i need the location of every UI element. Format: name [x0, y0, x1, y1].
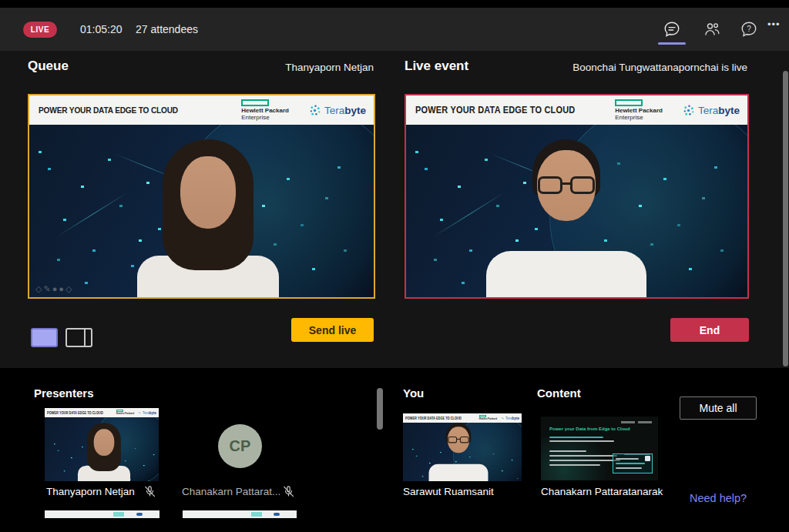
terabyte-dots-icon [683, 104, 696, 117]
layout-picker [31, 328, 92, 347]
terabyte-dots-icon [309, 104, 322, 117]
layout-single-option[interactable] [31, 328, 58, 347]
presenter-woman-figure [119, 139, 297, 297]
main-scrollbar[interactable] [783, 71, 788, 366]
hpe-rect-icon [615, 99, 643, 106]
presenters-label: Presenters [34, 386, 94, 400]
sponsor-banner: POWER YOUR DATA EDGE TO CLOUD Hewlett Pa… [406, 95, 747, 125]
mic-off-icon[interactable] [282, 485, 295, 498]
banner-headline: POWER YOUR DATA EDGE TO CLOUD [39, 105, 217, 115]
mute-all-button[interactable]: Mute all [680, 396, 757, 420]
end-button[interactable]: End [670, 318, 749, 342]
live-event-header: Live event [405, 59, 468, 75]
annotation-tools-watermark: ◇✎●●◇ [35, 284, 73, 294]
need-help-link[interactable]: Need help? [690, 492, 747, 504]
presenter-thumbnail-thanyaporn[interactable]: POWER YOUR DATA EDGE TO CLOUD Hewlett Pa… [45, 408, 159, 481]
live-event-title: Live event [405, 59, 468, 73]
slide-icon [645, 456, 650, 461]
content-label: Content [537, 386, 581, 400]
slide-logos [621, 421, 652, 424]
live-badge: LIVE [23, 22, 57, 38]
avatar-cp[interactable]: CP [218, 424, 262, 468]
you-label: You [403, 386, 424, 400]
content-owner-name: Chanakarn Pattaratanarak [541, 486, 663, 497]
event-timer: 01:05:20 [80, 23, 123, 35]
presenters-scrollbar[interactable] [377, 388, 383, 430]
partial-thumbnail[interactable] [45, 510, 159, 518]
sponsor-banner: POWER YOUR DATA EDGE TO CLOUD Hewlett Pa… [29, 95, 374, 125]
more-icon[interactable]: ••• [767, 18, 787, 37]
presenter-man-figure [478, 139, 655, 297]
bottom-panel: Presenters You Content POWER YOUR DATA E… [0, 368, 789, 532]
teams-live-event-producer: LIVE 01:05:20 27 attendees ? [0, 0, 789, 532]
send-live-button[interactable]: Send live [291, 318, 374, 342]
network-dots [39, 151, 42, 153]
presenter-name: Chanakarn Pattarat... [182, 486, 280, 497]
queue-presenter-name: Thanyaporn Netjan [285, 60, 374, 77]
queue-video-preview[interactable]: POWER YOUR DATA EDGE TO CLOUD Hewlett Pa… [28, 94, 375, 299]
terabyte-logo: Terabyte [683, 104, 740, 117]
hpe-logo: Hewlett Packard Enterprise [615, 99, 663, 121]
glasses [536, 176, 596, 195]
partial-thumbnail[interactable] [183, 510, 297, 518]
hpe-logo: Hewlett Packard Enterprise [241, 99, 289, 121]
mic-off-icon[interactable] [143, 485, 156, 498]
attendee-count: 27 attendees [136, 23, 198, 35]
qna-icon[interactable]: ? [740, 20, 758, 38]
terabyte-logo: Terabyte [309, 104, 366, 117]
presenter-name: Thanyaporn Netjan [46, 486, 135, 497]
svg-text:?: ? [747, 25, 751, 33]
active-tab-underline [658, 42, 686, 45]
you-thumbnail[interactable]: POWER YOUR DATA EDGE TO CLOUD Hewlett Pa… [403, 413, 522, 481]
presenter-woman-figure [71, 423, 136, 481]
presenter-man-figure [426, 423, 492, 481]
layout-split-option[interactable] [65, 328, 92, 347]
network-dots [415, 151, 418, 153]
slide-title: Power your Data from Edge to Cloud [549, 427, 630, 431]
slide-info-box [613, 453, 653, 473]
content-thumbnail[interactable]: Power your Data from Edge to Cloud [541, 417, 658, 480]
people-icon[interactable] [703, 20, 721, 38]
you-name: Sarawut Ruamsanit [403, 486, 494, 497]
queue-title: Queue [28, 59, 69, 73]
queue-video-scene: ◇✎●●◇ [29, 125, 374, 297]
banner-headline: POWER YOUR DATA EDGE TO CLOUD [415, 105, 591, 115]
producer-main: Queue Thanyaporn Netjan Live event Boonc… [0, 51, 789, 368]
chat-icon[interactable] [663, 20, 681, 38]
live-video[interactable]: POWER YOUR DATA EDGE TO CLOUD Hewlett Pa… [405, 94, 749, 299]
queue-header: Queue [28, 59, 69, 75]
live-event-status: Boonchai Tungwattanapornchai is live [572, 60, 747, 77]
top-bar: LIVE 01:05:20 27 attendees ? [0, 8, 789, 51]
live-video-scene [406, 125, 747, 297]
hpe-rect-icon [241, 99, 269, 106]
